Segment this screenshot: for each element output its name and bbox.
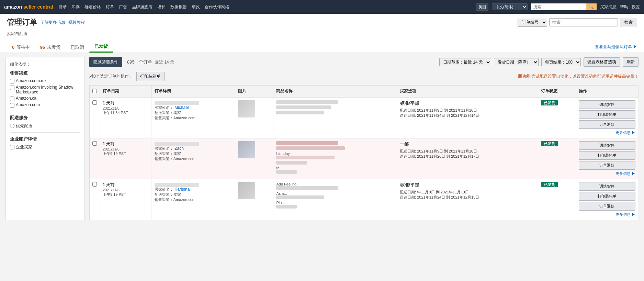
tab-pending[interactable]: 0 等待中 [7,42,35,53]
nav-ads[interactable]: 广告 [119,4,127,10]
row1-status: 已发货 [538,97,576,138]
row3-buyer-name[interactable]: Karisma [174,187,190,192]
top-search-input[interactable] [531,3,586,10]
tabs: 0 等待中 96 未发货 已取消 已发货 [7,41,113,53]
nav-orders[interactable]: 订单 [106,4,114,10]
tab-shipped[interactable]: 已发货 [89,41,113,53]
nav-messages[interactable]: 买家消息 [600,4,617,10]
sidebar-radio-priority-input[interactable] [10,124,14,128]
row2-action-btn-1[interactable]: 调填货件 [579,141,635,150]
row1-order-id-blurred [155,101,199,105]
sidebar-shipping-title: 配送服务 [10,115,80,121]
row2-more-link[interactable]: 更多信息 ▶ [579,171,635,176]
sidebar-check-com-input[interactable] [10,103,14,108]
sidebar: 细化依据： 销售渠道 Amazon.com.mx Amazon.com Invo… [5,57,84,220]
row1-shipping-type: 标准/平邮 [400,100,535,106]
store-selector[interactable]: 美国 [476,3,488,11]
nav-growth[interactable]: 增长 [157,4,166,10]
sidebar-business-title: 企业账户详情 [10,136,80,142]
order-table: 订单日期 订单详情 图片 商品名称 买家选项 订单状态 操作 1 天前 2 [89,85,639,220]
date-range-select[interactable]: 日期范围：最近 14 天 [439,58,491,66]
row1-product-name-blurred-3 [276,111,324,114]
row1-action-btn-1[interactable]: 调填货件 [579,100,635,109]
row2-product-birthday: birthday [276,151,394,156]
nav-catalog[interactable]: 目录 [58,4,67,10]
sidebar-check-shadow-label: Amazon.com Invoicing Shadow Marketplace [16,85,80,94]
row3-action-btn-2[interactable]: 打印装箱单 [579,192,635,201]
row3-more-link[interactable]: 更多信息 ▶ [579,212,635,217]
filter-toggle-button[interactable]: 隐藏筛选条件 [89,57,122,67]
row3-shipping-type: 标准/平邮 [400,182,535,188]
row2-action-btn-3[interactable]: 订单退款 [579,161,635,170]
sidebar-check-shadow-input[interactable] [10,86,14,90]
nav-brand[interactable]: 品牌旗舰店 [132,4,152,10]
row3-buyer-options: 标准/平邮 配送日期: 年11月9日 到 2021年11月10日 送达日期: 2… [397,179,538,220]
row3-actions: 调填货件 打印装箱单 订单退款 更多信息 ▶ [576,179,638,220]
sidebar-divider-2 [10,132,80,133]
order-search-button[interactable]: 搜索 [620,18,637,27]
sidebar-check-business-input[interactable] [10,145,14,149]
row1-action-btn-3[interactable]: 订单退款 [579,120,635,129]
sort-select[interactable]: 发货日期（降序） [494,58,539,66]
tab-cancelled[interactable]: 已取消 [66,42,89,53]
print-packing-button[interactable]: 打印装箱单 [136,72,165,81]
row3-detail: 买家姓名： Karisma 配送渠道：卖家 销售渠道：Amazon.com [151,179,235,220]
row1-product-image [238,100,255,117]
order-count: 895 个订单 最近 14 天 [126,59,174,65]
order-search-input[interactable] [549,18,618,26]
settings-button[interactable]: 设置表格首选项 [584,57,620,67]
row3-checkbox[interactable] [92,182,97,187]
page-header-top: 管理订单 了解更多信息 视频教程 订单编号 搜索 [7,17,637,30]
order-toolbar: 隐藏筛选条件 895 个订单 最近 14 天 日期范围：最近 14 天 发货日期… [89,57,639,67]
row2-shipping-type: 一邮 [400,141,535,147]
row2-buyer-name[interactable]: Zach [174,146,184,151]
refresh-button[interactable]: 刷新 [623,57,639,67]
order-search-select[interactable]: 订单编号 [518,18,547,27]
row3-product-sku: Asm... [276,191,394,195]
row2-status-badge: 已发货 [541,141,558,146]
nav-right-links: 买家消息 帮助 设置 [600,4,640,10]
nav-help[interactable]: 帮助 [620,4,628,10]
sidebar-radio-priority-label: 优先配送 [16,123,32,129]
row3-select [90,179,100,220]
per-page-select[interactable]: 每页结果：100 [541,58,581,66]
select-all-checkbox[interactable] [92,89,97,93]
tab-unshipped[interactable]: 96 未发货 [35,42,66,53]
row1-days-ago: 1 天前 [103,100,149,106]
toolbar-right: 日期范围：最近 14 天 发货日期（降序） 每页结果：100 设置表格首选项 刷… [439,57,639,67]
row1-checkbox[interactable] [92,100,97,105]
row2-product-name-blurred-2 [276,146,345,150]
lang-selector[interactable]: 中文(简体) [492,3,528,10]
row1-buyer-name[interactable]: Michael [174,105,189,110]
row2-checkbox[interactable] [92,141,97,146]
top-search-button[interactable]: 🔍 [586,3,597,10]
row2-image [235,138,273,179]
row3-order-id-blurred [155,183,199,187]
row2-action-btn-2[interactable]: 打印装箱单 [579,151,635,160]
row3-delivery-info: 配送日期: 年11月9日 到 2021年11月10日 送达日期: 2021年11… [400,190,535,200]
nav-reports[interactable]: 数据报告 [170,4,187,10]
video-tutorial-link[interactable]: 视频教程 [68,20,85,25]
tabs-row: 0 等待中 96 未发货 已取消 已发货 查看亚马逊物流订单 ▶ [7,39,637,53]
sidebar-check-ca-label: Amazon.ca [16,96,36,101]
row1-select [90,97,100,138]
nav-inventory[interactable]: 库存 [71,4,80,10]
nav-settings[interactable]: 设置 [632,4,640,10]
row2-product-name-blurred-4 [276,161,307,165]
nav-performance[interactable]: 绩效 [192,4,200,10]
bulk-action-label: 对0个选定订单的操作： [89,74,133,79]
row3-action-btn-3[interactable]: 订单退款 [579,202,635,211]
tab-unshipped-count: 96 [40,45,45,50]
row1-image [235,97,273,138]
row3-action-btn-1[interactable]: 调填货件 [579,182,635,191]
nav-pricing[interactable]: 确定价格 [84,4,101,10]
row1-action-btn-2[interactable]: 打印装箱单 [579,110,635,119]
sidebar-radio-priority: 优先配送 [10,123,80,129]
learn-more-link[interactable]: 了解更多信息 [41,20,65,25]
amazon-fba-link[interactable]: 查看亚马逊物流订单 ▶ [595,44,637,53]
sidebar-check-ca-input[interactable] [10,97,14,101]
sidebar-check-mx-input[interactable] [10,79,14,83]
table-row: 1 天前 2021/11/8 上午11:34 PST 买家姓名： Michael… [90,97,639,138]
nav-partner[interactable]: 合作伙伴网络 [205,4,229,10]
row1-more-link[interactable]: 更多信息 ▶ [579,130,635,135]
